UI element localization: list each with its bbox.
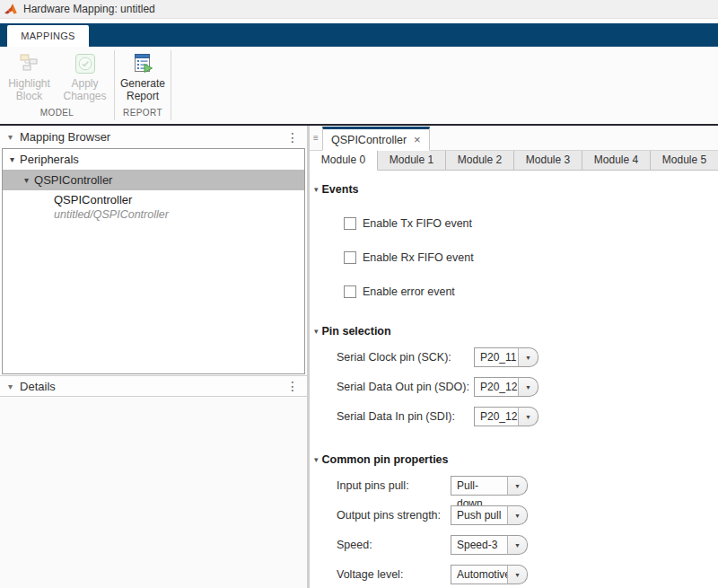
common-pin-section-header[interactable]: ▾ Common pin properties xyxy=(310,452,718,467)
collapse-icon[interactable]: ▾ xyxy=(8,382,13,391)
tab-grip-icon[interactable]: ≡ xyxy=(310,133,322,143)
highlight-block-button[interactable]: Highlight Block xyxy=(4,52,56,102)
tree-item-qspicontroller-group[interactable]: ▾ QSPIController xyxy=(3,170,304,190)
toolstrip: Highlight Block Apply Changes MODEL xyxy=(0,47,718,124)
serial-data-out-pin-row: Serial Data Out pin (SDO): P20_12 ▼ xyxy=(337,376,718,398)
details-body xyxy=(0,397,307,588)
enable-tx-fifo-row: Enable Tx FIFO event xyxy=(344,216,718,231)
serial-clock-pin-row: Serial Clock pin (SCK): P20_11 ▼ xyxy=(337,347,718,368)
toolstrip-section-label-report: REPORT xyxy=(115,108,171,124)
section-common-pin-properties: ▾ Common pin properties Input pins pull:… xyxy=(310,452,718,585)
editor-panel: ≡ QSPIController × Module 0 Module 1 Mod… xyxy=(310,126,718,588)
tab-module-3[interactable]: Module 3 xyxy=(514,151,582,171)
details-title: Details xyxy=(20,380,56,393)
serial-clock-pin-select[interactable]: P20_11 ▼ xyxy=(474,347,538,367)
dropdown-arrow-icon[interactable]: ▼ xyxy=(507,565,528,584)
enable-rx-fifo-label: Enable Rx FIFO event xyxy=(363,251,474,264)
tree-item-label: Peripherals xyxy=(20,153,79,166)
serial-clock-pin-value: P20_11 xyxy=(474,347,519,367)
common-pin-section-title: Common pin properties xyxy=(322,453,449,466)
tab-module-2[interactable]: Module 2 xyxy=(446,151,514,171)
kebab-menu-icon[interactable]: ⋮ xyxy=(286,380,299,392)
tab-module-1[interactable]: Module 1 xyxy=(378,151,446,171)
input-pins-pull-value: Pull-down xyxy=(451,476,508,496)
serial-clock-pin-label: Serial Clock pin (SCK): xyxy=(337,351,474,364)
speed-select[interactable]: Speed-3 ▼ xyxy=(451,535,528,555)
tab-module-0[interactable]: Module 0 xyxy=(310,151,378,171)
serial-data-in-pin-select[interactable]: P20_12 ▼ xyxy=(474,407,538,426)
tab-qspicontroller[interactable]: QSPIController × xyxy=(322,127,430,151)
expand-icon[interactable]: ▾ xyxy=(24,175,29,185)
enable-error-event-label: Enable error event xyxy=(363,285,455,298)
events-section-header[interactable]: ▾ Events xyxy=(310,182,718,197)
events-section-title: Events xyxy=(322,183,359,196)
serial-data-in-pin-row: Serial Data In pin (SDI): P20_12 ▼ xyxy=(337,406,718,427)
main-area: ▾ Mapping Browser ⋮ ▾ Peripherals ▾ QSPI… xyxy=(0,126,718,588)
apply-changes-label: Apply Changes xyxy=(63,77,106,102)
input-pins-pull-select[interactable]: Pull-down ▼ xyxy=(451,476,528,496)
voltage-level-select[interactable]: Automotive ▼ xyxy=(451,565,528,584)
apply-changes-button[interactable]: Apply Changes xyxy=(59,52,111,102)
window-title: Hardware Mapping: untitled xyxy=(23,3,155,15)
hardware-mapping-window: Hardware Mapping: untitled MAPPINGS High… xyxy=(0,0,718,588)
dropdown-arrow-icon[interactable]: ▼ xyxy=(507,505,528,525)
output-pins-strength-value: Push pull xyxy=(451,505,508,525)
enable-tx-fifo-label: Enable Tx FIFO event xyxy=(363,217,472,230)
enable-rx-fifo-checkbox[interactable] xyxy=(344,251,356,264)
tab-qspicontroller-label: QSPIController xyxy=(331,134,407,146)
serial-data-in-pin-label: Serial Data In pin (SDI): xyxy=(337,410,474,423)
mapping-browser-header: ▾ Mapping Browser ⋮ xyxy=(0,126,307,148)
collapse-icon[interactable]: ▾ xyxy=(8,132,13,142)
enable-rx-fifo-row: Enable Rx FIFO event xyxy=(344,250,718,265)
output-pins-strength-select[interactable]: Push pull ▼ xyxy=(451,505,528,525)
serial-data-in-pin-value: P20_12 xyxy=(474,407,519,426)
input-pins-pull-label: Input pins pull: xyxy=(337,479,451,492)
toolstrip-section-report: Generate Report REPORT xyxy=(115,47,171,124)
collapse-icon: ▾ xyxy=(314,185,319,194)
serial-data-out-pin-select[interactable]: P20_12 ▼ xyxy=(474,377,538,397)
dropdown-arrow-icon[interactable]: ▼ xyxy=(518,407,538,426)
serial-data-out-pin-label: Serial Data Out pin (SDO): xyxy=(337,381,474,393)
tree-item-qspicontroller-instance[interactable]: QSPIController untitled/QSPIController xyxy=(3,193,304,222)
collapse-icon: ▾ xyxy=(314,327,319,336)
tab-module-4[interactable]: Module 4 xyxy=(582,151,651,171)
matlab-logo-icon xyxy=(4,2,18,16)
document-tab-bar: ≡ QSPIController × xyxy=(310,126,718,151)
module-tab-strip: Module 0 Module 1 Module 2 Module 3 Modu… xyxy=(310,151,718,171)
speed-value: Speed-3 xyxy=(451,535,508,555)
dropdown-arrow-icon[interactable]: ▼ xyxy=(518,377,538,397)
enable-error-event-checkbox[interactable] xyxy=(344,285,356,298)
pin-selection-section-title: Pin selection xyxy=(322,325,391,338)
section-pin-selection: ▾ Pin selection Serial Clock pin (SCK): … xyxy=(310,324,718,427)
enable-error-event-row: Enable error event xyxy=(344,285,718,299)
generate-report-label: Generate Report xyxy=(120,77,165,102)
tab-module-5[interactable]: Module 5 xyxy=(651,151,718,171)
speed-label: Speed: xyxy=(337,539,451,551)
enable-tx-fifo-checkbox[interactable] xyxy=(344,217,356,230)
collapse-icon: ▾ xyxy=(314,455,319,464)
highlight-block-icon xyxy=(18,52,41,75)
kebab-menu-icon[interactable]: ⋮ xyxy=(286,131,299,144)
dropdown-arrow-icon[interactable]: ▼ xyxy=(518,347,538,367)
ribbon-band xyxy=(0,23,718,47)
details-header: ▾ Details ⋮ xyxy=(0,375,307,397)
generate-report-icon xyxy=(131,52,154,75)
output-pins-strength-label: Output pins strength: xyxy=(337,509,451,522)
highlight-block-label: Highlight Block xyxy=(8,77,50,102)
toolstrip-separator xyxy=(171,50,171,120)
generate-report-button[interactable]: Generate Report xyxy=(117,52,169,102)
tab-mappings[interactable]: MAPPINGS xyxy=(7,25,89,47)
voltage-level-value: Automotive xyxy=(451,565,508,584)
dropdown-arrow-icon[interactable]: ▼ xyxy=(507,535,528,555)
pin-selection-section-header[interactable]: ▾ Pin selection xyxy=(310,324,718,338)
voltage-level-row: Voltage level: Automotive ▼ xyxy=(337,564,718,585)
input-pins-pull-row: Input pins pull: Pull-down ▼ xyxy=(337,475,718,496)
dropdown-arrow-icon[interactable]: ▼ xyxy=(507,476,528,496)
toolstrip-section-model: Highlight Block Apply Changes MODEL xyxy=(0,47,114,124)
close-icon[interactable]: × xyxy=(414,133,421,146)
tree-leaf-name: QSPIController xyxy=(54,193,304,207)
tree-item-peripherals[interactable]: ▾ Peripherals xyxy=(3,149,304,170)
expand-icon[interactable]: ▾ xyxy=(10,154,14,164)
voltage-level-label: Voltage level: xyxy=(337,568,451,581)
apply-changes-icon xyxy=(74,52,97,75)
